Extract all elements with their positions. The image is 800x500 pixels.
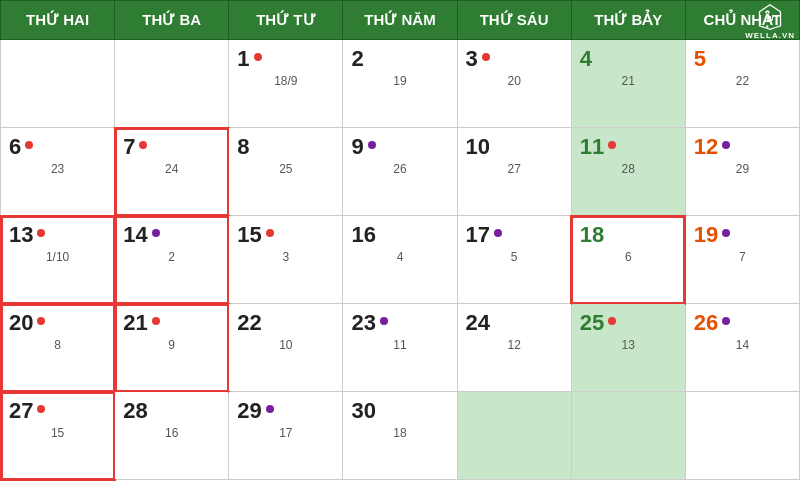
calendar-cell[interactable]: 2311	[343, 304, 457, 392]
lunar-date: 27	[466, 162, 563, 176]
day-top-row: 4	[580, 46, 677, 72]
lunar-date: 5	[466, 250, 563, 264]
calendar-cell[interactable]: 320	[457, 40, 571, 128]
lunar-date: 14	[694, 338, 791, 352]
day-number: 26	[694, 310, 718, 336]
lunar-date: 7	[694, 250, 791, 264]
event-dot	[608, 141, 616, 149]
header-tue: THỨ BA	[115, 1, 229, 40]
event-dot	[494, 229, 502, 237]
svg-text:W: W	[766, 14, 774, 23]
calendar-cell[interactable]: 2513	[571, 304, 685, 392]
event-dot	[25, 141, 33, 149]
day-top-row: 11	[580, 134, 677, 160]
calendar-cell[interactable]: 1229	[685, 128, 799, 216]
day-top-row: 12	[694, 134, 791, 160]
calendar-cell[interactable]: 186	[571, 216, 685, 304]
calendar-cell[interactable]: 2614	[685, 304, 799, 392]
header-mon: THỨ HAI	[1, 1, 115, 40]
day-number: 23	[351, 310, 375, 336]
calendar-cell[interactable]: 623	[1, 128, 115, 216]
calendar-cell[interactable]: 208	[1, 304, 115, 392]
lunar-date: 19	[351, 74, 448, 88]
calendar-cell[interactable]: 2210	[229, 304, 343, 392]
day-number: 15	[237, 222, 261, 248]
lunar-date: 15	[9, 426, 106, 440]
calendar-cell[interactable]: 2412	[457, 304, 571, 392]
calendar-cell[interactable]: 1128	[571, 128, 685, 216]
calendar-cell[interactable]: 421	[571, 40, 685, 128]
day-top-row: 17	[466, 222, 563, 248]
lunar-date: 8	[9, 338, 106, 352]
day-number: 11	[580, 134, 604, 160]
event-dot	[139, 141, 147, 149]
lunar-date: 20	[466, 74, 563, 88]
day-number: 6	[9, 134, 21, 160]
calendar-cell[interactable]	[685, 392, 799, 480]
day-top-row: 22	[237, 310, 334, 336]
event-dot	[380, 317, 388, 325]
day-top-row: 9	[351, 134, 448, 160]
event-dot	[368, 141, 376, 149]
day-number: 29	[237, 398, 261, 424]
day-top-row: 7	[123, 134, 220, 160]
day-top-row: 5	[694, 46, 791, 72]
day-top-row: 14	[123, 222, 220, 248]
day-number: 3	[466, 46, 478, 72]
day-number: 16	[351, 222, 375, 248]
lunar-date: 3	[237, 250, 334, 264]
lunar-date: 29	[694, 162, 791, 176]
calendar-cell[interactable]: 724	[115, 128, 229, 216]
calendar-table: THỨ HAITHỨ BATHỨ TƯTHỨ NĂMTHỨ SÁUTHỨ BẢY…	[0, 0, 800, 480]
calendar-cell[interactable]	[571, 392, 685, 480]
calendar-cell[interactable]: 142	[115, 216, 229, 304]
day-top-row: 25	[580, 310, 677, 336]
calendar-cell[interactable]: 2816	[115, 392, 229, 480]
calendar-cell[interactable]	[1, 40, 115, 128]
day-number: 1	[237, 46, 249, 72]
calendar-cell[interactable]: 2917	[229, 392, 343, 480]
calendar-cell[interactable]: 197	[685, 216, 799, 304]
day-top-row: 21	[123, 310, 220, 336]
lunar-date: 24	[123, 162, 220, 176]
calendar-cell[interactable]: 3018	[343, 392, 457, 480]
calendar-cell[interactable]: 219	[343, 40, 457, 128]
calendar-cell[interactable]: 118/9	[229, 40, 343, 128]
lunar-date: 23	[9, 162, 106, 176]
header-fri: THỨ SÁU	[457, 1, 571, 40]
calendar-cell[interactable]	[457, 392, 571, 480]
calendar-cell[interactable]: 522	[685, 40, 799, 128]
calendar-cell[interactable]: 219	[115, 304, 229, 392]
lunar-date: 25	[237, 162, 334, 176]
day-number: 24	[466, 310, 490, 336]
day-number: 9	[351, 134, 363, 160]
event-dot	[254, 53, 262, 61]
event-dot	[37, 405, 45, 413]
calendar-cell[interactable]: 1027	[457, 128, 571, 216]
lunar-date: 9	[123, 338, 220, 352]
day-top-row: 30	[351, 398, 448, 424]
lunar-date: 18	[351, 426, 448, 440]
header-thu: THỨ NĂM	[343, 1, 457, 40]
event-dot	[608, 317, 616, 325]
lunar-date: 1/10	[9, 250, 106, 264]
calendar-cell[interactable]	[115, 40, 229, 128]
day-number: 25	[580, 310, 604, 336]
lunar-date: 16	[123, 426, 220, 440]
calendar-cell[interactable]: 2715	[1, 392, 115, 480]
calendar-cell[interactable]: 825	[229, 128, 343, 216]
lunar-date: 6	[580, 250, 677, 264]
day-number: 20	[9, 310, 33, 336]
logo-area: W WELLA.VN	[745, 3, 795, 40]
calendar-cell[interactable]: 153	[229, 216, 343, 304]
header-sun: CHỦ NHẬT W WELLA.VN	[685, 1, 799, 40]
calendar-cell[interactable]: 926	[343, 128, 457, 216]
logo-icon: W	[756, 3, 784, 31]
day-top-row: 28	[123, 398, 220, 424]
day-number: 4	[580, 46, 592, 72]
day-top-row: 29	[237, 398, 334, 424]
calendar-cell[interactable]: 175	[457, 216, 571, 304]
lunar-date: 28	[580, 162, 677, 176]
calendar-cell[interactable]: 131/10	[1, 216, 115, 304]
calendar-cell[interactable]: 164	[343, 216, 457, 304]
